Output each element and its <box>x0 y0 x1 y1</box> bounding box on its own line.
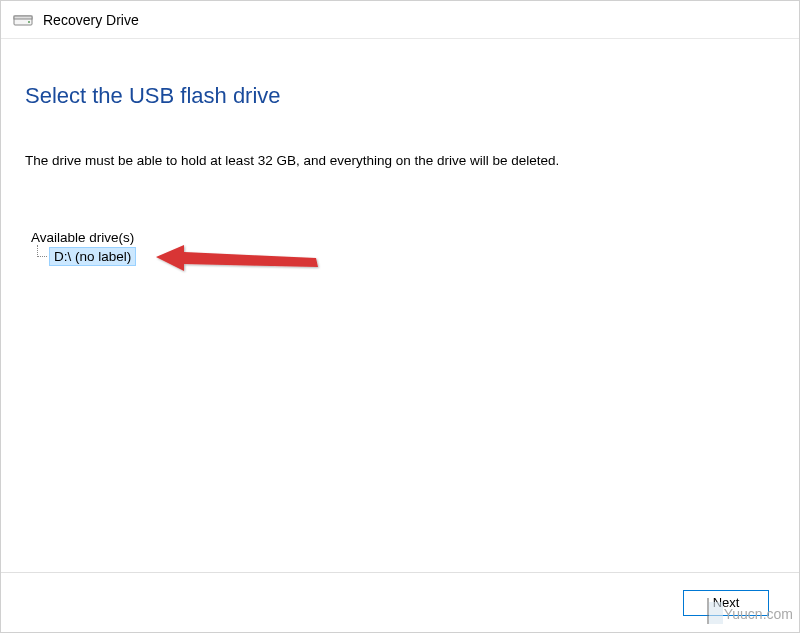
drive-icon <box>13 13 33 27</box>
description-text: The drive must be able to hold at least … <box>25 153 775 168</box>
tree-connector-line <box>37 245 47 257</box>
available-drives-label: Available drive(s) <box>31 230 775 245</box>
drive-item-d[interactable]: D:\ (no label) <box>49 247 136 266</box>
svg-point-2 <box>28 21 30 23</box>
next-button[interactable]: Next <box>683 590 769 616</box>
button-bar: Next <box>1 572 799 632</box>
svg-rect-1 <box>14 16 32 19</box>
available-drives-section: Available drive(s) D:\ (no label) <box>31 230 775 266</box>
window-title: Recovery Drive <box>43 12 139 28</box>
content-area: Select the USB flash drive The drive mus… <box>1 39 799 290</box>
title-bar: Recovery Drive <box>1 1 799 39</box>
drive-tree: D:\ (no label) <box>35 247 775 266</box>
page-heading: Select the USB flash drive <box>25 83 775 109</box>
